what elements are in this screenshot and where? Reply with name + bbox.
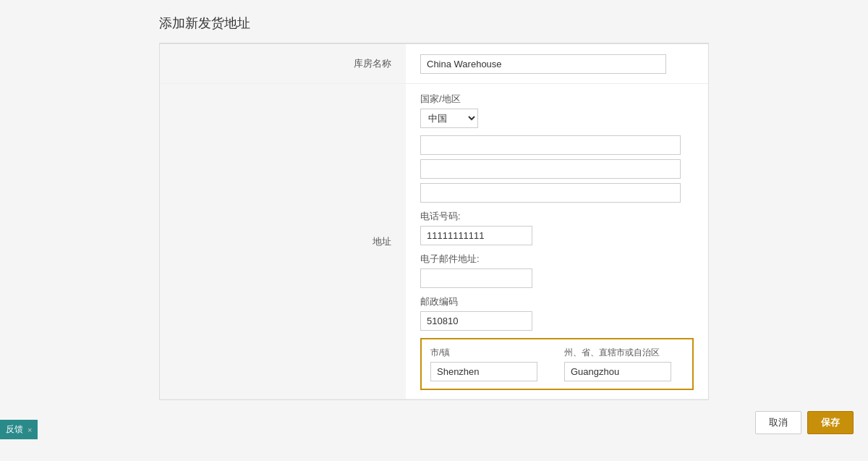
city-input[interactable] [430,362,537,381]
city-state-row: 市/镇 州、省、直辖市或自治区 [420,338,694,390]
phone-group: 电话号码: [420,210,694,245]
postal-group: 邮政编码 [420,295,694,331]
address-line1-input[interactable] [420,135,681,155]
country-select[interactable]: 中国 [420,109,478,128]
state-input[interactable] [564,362,671,381]
state-group: 州、省、直辖市或自治区 [564,347,684,381]
city-label: 市/镇 [430,347,550,359]
warehouse-name-content [406,47,708,81]
warehouse-name-input[interactable] [420,54,666,74]
address-section-label: 地址 [160,84,406,399]
country-label: 国家/地区 [420,93,694,106]
phone-input[interactable] [420,226,532,245]
email-label: 电子邮件地址: [420,253,694,266]
address-line2-input[interactable] [420,159,681,179]
page-container: 添加新发货地址 库房名称 地址 国家/地区 中国 [0,0,868,461]
country-group: 国家/地区 中国 [420,93,694,128]
state-label: 州、省、直辖市或自治区 [564,347,684,359]
postal-input[interactable] [420,311,532,331]
feedback-tab[interactable]: 反馈 × [0,420,38,439]
city-group: 市/镇 [430,347,550,381]
postal-label: 邮政编码 [420,295,694,308]
cancel-button[interactable]: 取消 [755,411,801,434]
phone-label: 电话号码: [420,210,694,223]
form-buttons: 取消 保存 [0,400,868,445]
warehouse-name-row: 库房名称 [160,44,708,84]
email-group: 电子邮件地址: [420,253,694,288]
warehouse-name-label: 库房名称 [160,44,406,83]
feedback-label: 反馈 [6,423,23,436]
email-input[interactable] [420,268,532,288]
feedback-close-icon[interactable]: × [27,426,32,434]
address-lines-group [420,135,694,203]
form-card: 库房名称 地址 国家/地区 中国 [159,43,709,400]
address-line3-input[interactable] [420,183,681,203]
address-section: 地址 国家/地区 中国 电话号码: [160,84,708,399]
page-title: 添加新发货地址 [0,0,868,43]
save-button[interactable]: 保存 [807,411,854,434]
address-content-cell: 国家/地区 中国 电话号码: 电子邮 [406,84,708,399]
